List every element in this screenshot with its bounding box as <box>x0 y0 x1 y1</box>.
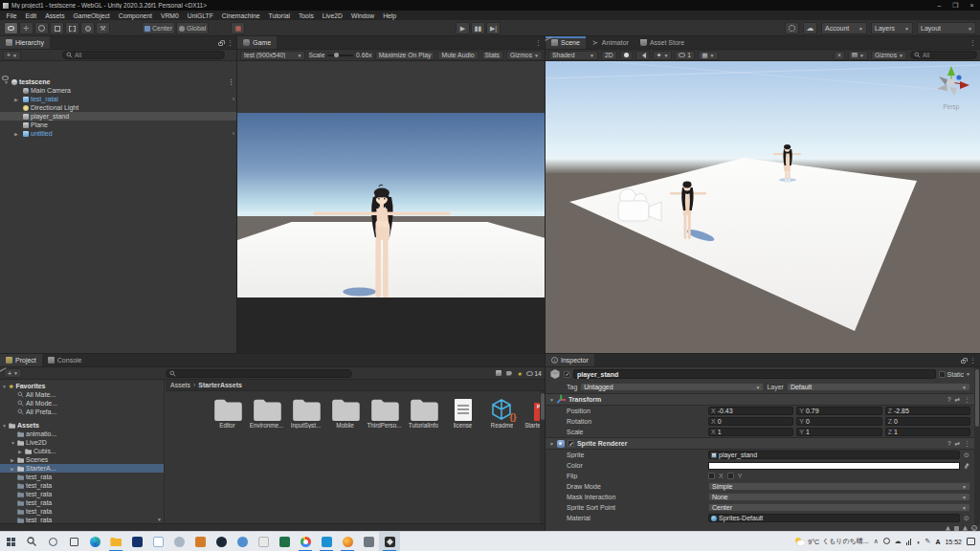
tab-project[interactable]: Project <box>0 354 42 366</box>
hidden-packages-count[interactable]: 14 <box>526 370 542 377</box>
component-menu-icon[interactable]: ⋮ <box>964 396 970 404</box>
scale-y-field[interactable]: Y1 <box>796 428 881 436</box>
onedrive-icon[interactable]: ☁ <box>895 538 902 545</box>
custom-tool-button[interactable]: ⚒ <box>96 22 110 34</box>
tree-scroll-down-icon[interactable]: ▼ <box>157 517 162 522</box>
taskbar-clock[interactable]: 15:52 <box>945 539 962 545</box>
app-unknown-4[interactable] <box>253 532 274 551</box>
tree-test-rata[interactable]: test_rata <box>0 516 164 523</box>
scene-viewport[interactable] <box>546 61 980 354</box>
lock-icon[interactable] <box>961 360 966 364</box>
project-add-button[interactable]: +▼ <box>4 368 22 378</box>
tray-app-icon[interactable] <box>883 538 890 545</box>
app-sheets[interactable] <box>274 532 295 551</box>
app-firefox[interactable] <box>337 532 358 551</box>
menu-gameobject[interactable]: GameObject <box>69 11 114 20</box>
eyedropper-icon[interactable] <box>963 462 970 470</box>
app-edge[interactable] <box>84 532 105 551</box>
axis-z-cone[interactable] <box>956 75 961 79</box>
prefab-open-icon[interactable]: › <box>233 96 234 102</box>
menu-vrm0[interactable]: VRM0 <box>156 11 183 20</box>
taskbar-weather[interactable]: 9°C くもりのち晴... <box>795 537 868 546</box>
app-unknown-2[interactable] <box>189 532 211 551</box>
tree-all-models[interactable]: All Mode... <box>0 399 164 408</box>
app-steam[interactable] <box>211 532 232 551</box>
hierarchy-search-input[interactable]: All <box>62 51 225 59</box>
static-checkbox[interactable] <box>939 371 946 378</box>
rotate-tool-button[interactable] <box>34 22 49 34</box>
mute-audio-button[interactable]: Mute Audio <box>437 51 478 60</box>
notification-center-icon[interactable] <box>967 538 975 545</box>
inspector-scrollbar[interactable] <box>974 367 980 525</box>
tab-inspector[interactable]: i Inspector <box>546 354 594 366</box>
position-x-field[interactable]: X-0.43 <box>708 407 793 415</box>
panel-menu-icon[interactable]: ⋮ <box>969 39 976 47</box>
tree-test-rata[interactable]: test_rata <box>0 490 164 498</box>
app-chrome[interactable] <box>295 532 316 551</box>
app-photos[interactable] <box>316 532 337 551</box>
project-search-input[interactable] <box>166 369 352 378</box>
tree-live2d[interactable]: ▼Live2D <box>0 438 164 447</box>
folder-tutorialinfo[interactable]: TutorialInfo <box>404 396 443 429</box>
menu-help[interactable]: Help <box>379 11 401 20</box>
scale-slider[interactable] <box>327 55 353 56</box>
component-enabled-checkbox[interactable] <box>568 440 574 447</box>
presets-icon[interactable]: ⇄ <box>955 396 960 404</box>
draw-mode-dropdown[interactable]: Simple▼ <box>708 482 970 491</box>
folder-thirdperson[interactable]: ThirdPerso... <box>365 396 404 429</box>
sprite-renderer-header[interactable]: ▼ Sprite Renderer ? ⇄ ⋮ <box>546 437 974 450</box>
scene-gizmos-dropdown[interactable]: Gizmos▼ <box>871 51 907 60</box>
display-resolution-dropdown[interactable]: test (900x540)▼ <box>240 51 305 60</box>
tray-expand-icon[interactable]: ∧ <box>874 538 879 545</box>
scale-tool-button[interactable] <box>50 22 64 34</box>
flip-x-checkbox[interactable] <box>708 473 715 479</box>
menu-tutorial[interactable]: Tutorial <box>264 11 294 20</box>
camera-dropdown[interactable]: ▼ <box>848 51 868 60</box>
prefab-open-icon[interactable]: › <box>233 130 234 137</box>
tree-all-materials[interactable]: All Mate... <box>0 390 164 399</box>
task-view-button[interactable] <box>63 532 84 551</box>
flip-y-checkbox[interactable] <box>727 473 734 479</box>
network-icon[interactable] <box>906 539 912 545</box>
tab-animator[interactable]: ≻ Animator <box>586 36 635 49</box>
pivot-toggle-button[interactable]: Center <box>142 22 175 34</box>
tree-scenes[interactable]: ▶Scenes <box>0 455 164 464</box>
sort-point-dropdown[interactable]: Center▼ <box>708 503 970 512</box>
scene-search-input[interactable]: All <box>910 51 977 59</box>
menu-window[interactable]: Window <box>346 11 378 20</box>
status-icon[interactable] <box>946 526 950 531</box>
start-button[interactable] <box>0 532 21 551</box>
cortana-button[interactable] <box>42 532 63 551</box>
play-button[interactable]: ▶ <box>456 22 470 34</box>
grid-snap-button[interactable]: ▦ <box>231 22 245 34</box>
menu-live2d[interactable]: Live2D <box>318 11 346 20</box>
app-unknown-5[interactable] <box>358 532 379 551</box>
stats-button[interactable]: Stats <box>481 51 504 60</box>
component-menu-icon[interactable]: ⋮ <box>964 440 970 448</box>
tree-animations[interactable]: animatio... <box>0 430 164 438</box>
help-icon[interactable]: ? <box>947 396 951 403</box>
hierarchy-item-directional-light[interactable]: Directional Light <box>0 103 237 112</box>
layers-dropdown[interactable]: Layers▼ <box>871 22 913 34</box>
move-tool-button[interactable]: ✛ <box>19 22 33 34</box>
layer-dropdown[interactable]: Default▼ <box>787 383 970 391</box>
hierarchy-item-main-camera[interactable]: Main Camera <box>0 86 237 95</box>
2d-toggle-button[interactable]: 2D <box>601 51 617 60</box>
folder-inputsystem[interactable]: InputSyst... <box>286 396 325 429</box>
lighting-toggle-button[interactable] <box>620 51 633 60</box>
tab-hierarchy[interactable]: Hierarchy <box>0 36 50 49</box>
hierarchy-item-plane[interactable]: Plane <box>0 121 237 129</box>
material-object-field[interactable]: Sprites-Default <box>708 514 960 522</box>
panel-menu-icon[interactable]: ⋮ <box>969 357 976 364</box>
taskbar-search-button[interactable] <box>21 532 42 551</box>
menu-assets[interactable]: Assets <box>41 11 69 20</box>
tree-all-prefabs[interactable]: All Prefa... <box>0 408 164 416</box>
status-icon[interactable] <box>963 526 968 531</box>
rotation-x-field[interactable]: X0 <box>708 417 793 426</box>
tag-dropdown[interactable]: Untagged▼ <box>580 383 764 391</box>
object-picker-icon[interactable]: ⊙ <box>963 515 970 522</box>
app-unity[interactable] <box>379 532 400 551</box>
view-tool-button[interactable] <box>4 22 18 34</box>
game-gizmos-dropdown[interactable]: Gizmos▼ <box>506 51 543 60</box>
breadcrumb-current[interactable]: StarterAssets <box>198 382 242 388</box>
